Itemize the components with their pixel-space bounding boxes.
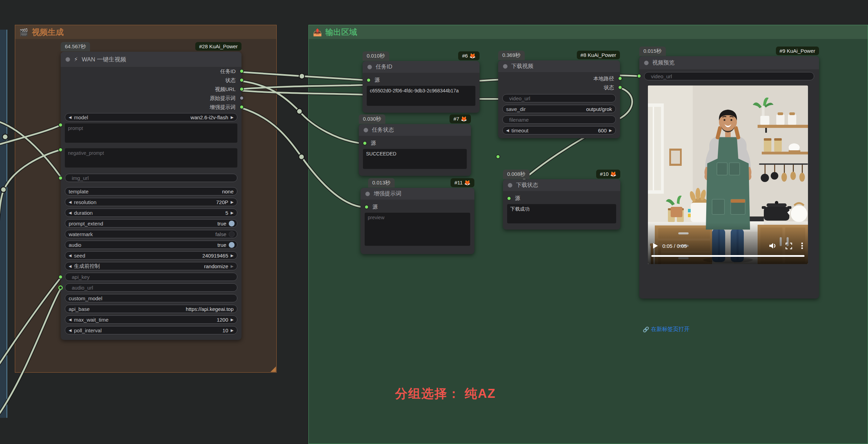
- widget-seed[interactable]: ◀ seed 240919465 ▶: [65, 251, 237, 260]
- output-slot-status[interactable]: 状态: [61, 76, 241, 85]
- reroute-dot[interactable]: [299, 73, 305, 79]
- node-download-status[interactable]: 0.008秒 #10 🦊 下载状态 源 下载成功: [503, 179, 620, 230]
- group-resize-handle[interactable]: [270, 366, 276, 372]
- widget-poll-interval[interactable]: ◀ poll_interval 10 ▶: [65, 326, 237, 334]
- widget-img-url[interactable]: img_url: [65, 174, 237, 182]
- output-slot-enhanced-prompt[interactable]: 增强提示词: [61, 103, 241, 112]
- output-slot-original-prompt[interactable]: 原始提示词: [61, 94, 241, 103]
- widget-save-dir[interactable]: save_dir output/grok: [502, 105, 616, 113]
- slot-dot[interactable]: [507, 196, 511, 201]
- collapse-dot[interactable]: [365, 192, 370, 196]
- node-task-id[interactable]: 0.010秒 #6 🦊 任务ID 源 c65502d0-2f06-4fdc-9d…: [363, 61, 480, 113]
- widget-timeout[interactable]: ◀ timeout 600 ▶: [502, 126, 616, 134]
- input-slot-source[interactable]: 源: [363, 75, 480, 84]
- combo-left-icon[interactable]: ◀: [69, 264, 71, 268]
- input-slot-prompt[interactable]: [58, 123, 63, 127]
- group-video-generation-header[interactable]: 🎬 视频生成: [15, 25, 276, 39]
- widget-video-url[interactable]: video_url: [644, 72, 814, 80]
- node-download-video-header[interactable]: 下载视频: [498, 60, 620, 72]
- combo-right-icon[interactable]: ▶: [231, 211, 234, 215]
- widget-audio-url[interactable]: audio_url: [65, 283, 237, 292]
- slot-dot[interactable]: [364, 205, 369, 209]
- widget-watermark-toggle[interactable]: watermark false: [65, 230, 237, 238]
- slot-dot[interactable]: [239, 69, 244, 73]
- widget-model[interactable]: ◀ model wan2.6-i2v-flash ▶: [65, 113, 237, 121]
- widget-prompt-extend-toggle[interactable]: prompt_extend true: [65, 219, 237, 228]
- widget-resolution[interactable]: ◀ resolution 720P ▶: [65, 198, 237, 206]
- combo-left-icon[interactable]: ◀: [69, 254, 71, 258]
- collapse-dot[interactable]: [644, 61, 649, 65]
- slot-dot[interactable]: [239, 87, 244, 91]
- video-player[interactable]: 0:05 / 0:05: [648, 85, 808, 264]
- widget-audio-toggle[interactable]: audio true: [65, 241, 237, 249]
- slot-dot[interactable]: [239, 78, 244, 82]
- input-slot-video-url[interactable]: [496, 154, 500, 159]
- play-icon[interactable]: [653, 243, 658, 249]
- node-task-id-header[interactable]: 任务ID: [363, 61, 480, 73]
- output-slot-task-id[interactable]: 任务ID: [61, 67, 241, 76]
- prompt-textarea[interactable]: [65, 123, 237, 143]
- node-enhanced-prompt[interactable]: 0.013秒 #11 🦊 增强提示词 源: [361, 188, 474, 254]
- input-slot-audio-url[interactable]: [58, 285, 63, 290]
- player-progress-bar[interactable]: [651, 255, 805, 257]
- output-slot-local-path[interactable]: 本地路径: [498, 74, 620, 83]
- combo-right-icon[interactable]: ▶: [231, 200, 234, 204]
- widget-video-url[interactable]: video_url: [502, 94, 616, 102]
- fullscreen-icon[interactable]: [786, 243, 792, 249]
- node-task-status[interactable]: 0.030秒 #7 🦊 任务状态 源 SUCCEEDED: [359, 124, 471, 176]
- node-wan-header[interactable]: ⚡ WAN 一键生视频: [61, 52, 241, 67]
- output-slot-status[interactable]: 状态: [498, 83, 620, 92]
- node-task-status-header[interactable]: 任务状态: [359, 124, 471, 136]
- widget-filename[interactable]: filename: [502, 115, 616, 124]
- reroute-dot[interactable]: [299, 154, 304, 160]
- combo-right-icon[interactable]: ▶: [231, 264, 234, 268]
- slot-dot[interactable]: [239, 96, 244, 100]
- collapse-dot[interactable]: [367, 65, 372, 69]
- kebab-menu-icon[interactable]: [801, 242, 803, 249]
- widget-template[interactable]: template none: [65, 187, 237, 195]
- widget-custom-model[interactable]: custom_model: [65, 294, 237, 302]
- widget-pre-gen-control[interactable]: ◀ 生成前控制 randomize ▶: [65, 262, 237, 270]
- task-status-textbox[interactable]: SUCCEEDED: [363, 149, 467, 169]
- widget-duration[interactable]: ◀ duration 5 ▶: [65, 209, 237, 217]
- combo-left-icon[interactable]: ◀: [69, 329, 71, 332]
- combo-right-icon[interactable]: ▶: [231, 318, 234, 322]
- node-download-video[interactable]: 0.369秒 #8 KuAi_Power 下载视频 本地路径 状态 video_…: [498, 60, 620, 138]
- combo-left-icon[interactable]: ◀: [69, 115, 71, 119]
- collapse-dot[interactable]: [364, 128, 368, 132]
- combo-left-icon[interactable]: ◀: [69, 318, 71, 322]
- volume-icon[interactable]: [769, 243, 777, 249]
- input-slot-video-url[interactable]: [637, 74, 641, 78]
- node-graph-canvas[interactable]: 🎬 视频生成 📤 输出区域 分组选择： 纯AZ: [0, 0, 868, 444]
- download-status-textbox[interactable]: 下载成功: [507, 204, 616, 223]
- node-video-preview-header[interactable]: 视频预览: [639, 56, 819, 69]
- combo-right-icon[interactable]: ▶: [231, 329, 234, 332]
- toggle-on-icon[interactable]: [229, 221, 235, 226]
- group-output-area-header[interactable]: 📤 输出区域: [309, 25, 868, 39]
- node-wan-one-click-video[interactable]: 64.567秒 #28 KuAi_Power ⚡ WAN 一键生视频 任务ID …: [61, 52, 241, 340]
- collapse-dot[interactable]: [66, 57, 70, 62]
- collapse-dot[interactable]: [508, 183, 512, 188]
- negative-prompt-textarea[interactable]: [65, 148, 237, 168]
- combo-left-icon[interactable]: ◀: [69, 211, 71, 215]
- input-slot-source[interactable]: 源: [503, 194, 620, 203]
- widget-max-wait-time[interactable]: ◀ max_wait_time 1200 ▶: [65, 315, 237, 324]
- enhanced-prompt-textbox[interactable]: [365, 213, 470, 246]
- slot-dot[interactable]: [363, 141, 367, 145]
- output-slot-video-url[interactable]: 视频URL: [61, 85, 241, 94]
- combo-left-icon[interactable]: ◀: [69, 200, 71, 204]
- player-controls[interactable]: 0:05 / 0:05: [648, 240, 808, 252]
- node-download-status-header[interactable]: 下载状态: [503, 179, 620, 191]
- toggle-on-icon[interactable]: [229, 242, 235, 248]
- combo-right-icon[interactable]: ▶: [231, 254, 234, 258]
- widget-api-base[interactable]: api_base https://api.kegeai.top: [65, 305, 237, 313]
- toggle-off-icon[interactable]: [229, 231, 235, 237]
- input-slot-source[interactable]: 源: [361, 202, 474, 211]
- node-enhanced-prompt-header[interactable]: 增强提示词: [361, 188, 474, 200]
- combo-left-icon[interactable]: ◀: [506, 129, 509, 132]
- node-video-preview[interactable]: 0.015秒 #9 KuAi_Power 视频预览 video_url: [639, 56, 819, 299]
- reroute-dot[interactable]: [297, 109, 302, 114]
- input-slot-negative-prompt[interactable]: [58, 148, 63, 152]
- widget-api-key[interactable]: api_key: [65, 273, 237, 281]
- input-slot-api-key[interactable]: [58, 275, 63, 279]
